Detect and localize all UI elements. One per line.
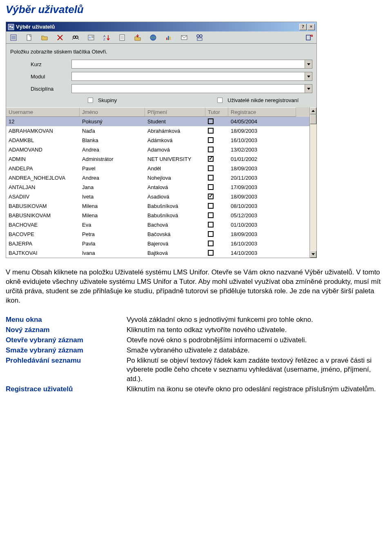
cell-jmeno: Milena xyxy=(80,202,145,210)
scroll-up-button[interactable] xyxy=(310,107,316,114)
stats-icon[interactable] xyxy=(164,33,174,42)
tutor-checkbox[interactable] xyxy=(208,212,214,218)
scroll-track[interactable] xyxy=(310,114,316,251)
cell-tutor xyxy=(205,164,228,173)
table-row[interactable]: BAJERPAPavlaBajerová16/10/2003 xyxy=(6,239,310,248)
table-row[interactable]: ADMINAdministrátorNET UNIVERSITY01/01/20… xyxy=(6,154,310,164)
chevron-down-icon[interactable] xyxy=(305,72,312,80)
tutor-checkbox[interactable] xyxy=(208,184,214,190)
scroll-thumb[interactable] xyxy=(310,114,316,124)
tutor-checkbox[interactable] xyxy=(208,241,214,246)
hint-text: Položku zobrazíte stiskem tlačítka Otevř… xyxy=(6,44,316,58)
svg-rect-32 xyxy=(197,38,202,40)
definition-desc: Kliknutím na ikonu se otevře okno pro od… xyxy=(127,385,385,394)
tutor-checkbox[interactable] xyxy=(208,147,214,152)
cell-username: BABUSIKOVAM xyxy=(6,202,80,210)
tutor-checkbox[interactable] xyxy=(208,165,214,171)
properties-icon[interactable] xyxy=(117,33,127,42)
table-row[interactable]: ADAMKBLBlankaAdámková16/10/2003 xyxy=(6,136,310,145)
col-username[interactable]: Username xyxy=(6,107,80,117)
cell-prijmeni: NET UNIVERSITY xyxy=(145,155,205,163)
scroll-down-button[interactable] xyxy=(310,251,316,258)
tutor-checkbox[interactable] xyxy=(208,231,214,237)
exit-icon[interactable] xyxy=(304,33,314,42)
definition-desc: Smaže vybraného uživatele z databáze. xyxy=(127,346,385,355)
table-row[interactable]: BACHOVAEEvaBachová01/10/2003 xyxy=(6,220,310,230)
viewusers-icon[interactable] xyxy=(195,33,205,42)
checkbox-skupiny[interactable] xyxy=(88,98,93,103)
tutor-checkbox[interactable] xyxy=(208,156,214,162)
search-icon[interactable] xyxy=(71,33,80,42)
table-row[interactable]: ASADIIVIvetaAsadiová18/09/2003 xyxy=(6,192,310,201)
col-registrace[interactable]: Registrace xyxy=(228,107,296,117)
cell-registrace: 18/09/2003 xyxy=(228,127,296,135)
cell-username: ADMIN xyxy=(6,155,80,163)
filter-disciplina-input[interactable] xyxy=(72,85,305,93)
filter-kurz-combo[interactable] xyxy=(71,60,312,69)
filter-modul-combo[interactable] xyxy=(71,72,312,81)
chevron-down-icon[interactable] xyxy=(305,60,312,68)
table-row[interactable]: ADAMOVANDAndreaAdamová13/02/2003 xyxy=(6,145,310,154)
cell-tutor xyxy=(205,248,228,258)
delete-icon[interactable] xyxy=(55,33,65,42)
web-icon[interactable] xyxy=(148,33,158,42)
tutor-checkbox[interactable] xyxy=(208,118,214,124)
tutor-checkbox[interactable] xyxy=(208,203,214,209)
user-grid: Username Jméno Příjmení Tutor Registrace… xyxy=(6,107,316,258)
menu-icon[interactable] xyxy=(9,33,18,42)
cell-tutor xyxy=(205,126,228,136)
cell-tutor xyxy=(205,154,228,164)
cell-prijmeni: Bachová xyxy=(145,221,205,229)
col-prijmeni[interactable]: Příjmení xyxy=(145,107,205,117)
cell-tutor xyxy=(205,201,228,211)
svg-line-13 xyxy=(78,38,79,40)
app-icon xyxy=(8,24,14,30)
table-row[interactable]: ANDREA_NOHEJLOVAAndreaNohejlova20/11/200… xyxy=(6,173,310,183)
tutor-checkbox[interactable] xyxy=(208,137,214,143)
registrace-icon[interactable] xyxy=(86,33,96,42)
col-tutor[interactable]: Tutor xyxy=(205,107,228,117)
titlebar-close-button[interactable]: × xyxy=(307,24,315,30)
new-icon[interactable] xyxy=(24,33,34,42)
cell-username: 12 xyxy=(6,117,80,126)
cell-prijmeni: Bajtková xyxy=(145,249,205,257)
cell-username: BACOVPE xyxy=(6,230,80,239)
cell-username: ANTALJAN xyxy=(6,183,80,192)
cell-registrace: 01/10/2003 xyxy=(228,221,296,229)
tutor-checkbox[interactable] xyxy=(208,222,214,227)
vertical-scrollbar[interactable] xyxy=(310,107,316,258)
cell-tutor xyxy=(205,173,228,183)
table-row[interactable]: BACOVPEPetraBačovská18/09/2003 xyxy=(6,230,310,239)
filter-modul-input[interactable] xyxy=(72,72,305,80)
email-icon[interactable] xyxy=(179,33,189,42)
table-row[interactable]: ABRAHAMKOVANNaďaAbrahámková18/09/2003 xyxy=(6,126,310,136)
table-row[interactable]: ANTALJANJanaAntalová17/09/2003 xyxy=(6,183,310,192)
tutor-checkbox[interactable] xyxy=(208,250,214,256)
filter-disciplina-label: Disciplína xyxy=(10,86,71,92)
table-row[interactable]: BAJTKOVAIIvanaBajtková14/10/2003 xyxy=(6,248,310,258)
svg-point-31 xyxy=(200,35,202,37)
filter-disciplina-combo[interactable] xyxy=(71,84,312,93)
export-icon[interactable] xyxy=(133,33,143,42)
svg-rect-27 xyxy=(168,36,169,40)
definitions-list: Menu oknaVyvolá základní okno s jednotli… xyxy=(6,315,385,395)
table-row[interactable]: BABUSIKOVAMMilenaBabušníková08/10/2003 xyxy=(6,201,310,211)
chevron-down-icon[interactable] xyxy=(305,85,312,93)
tutor-checkbox[interactable] xyxy=(208,175,214,181)
table-row[interactable]: BABUSNIKOVAMMilenaBabušníková05/12/2003 xyxy=(6,211,310,220)
titlebar-help-button[interactable]: ? xyxy=(299,24,307,30)
col-jmeno[interactable]: Jméno xyxy=(80,107,145,117)
open-icon[interactable] xyxy=(40,33,49,42)
cell-prijmeni: Asadiová xyxy=(145,192,205,201)
sort-icon[interactable]: AZ xyxy=(102,33,111,42)
cell-prijmeni: Babušníková xyxy=(145,211,205,220)
table-row[interactable]: ANDELPAPavelAnděl18/09/2003 xyxy=(6,164,310,173)
cell-jmeno: Andrea xyxy=(80,145,145,154)
checkbox-nereg[interactable] xyxy=(217,98,223,103)
filter-kurz-input[interactable] xyxy=(72,60,305,68)
tutor-checkbox[interactable] xyxy=(208,194,214,199)
tutor-checkbox[interactable] xyxy=(208,128,214,134)
definition-term: Registrace uživatelů xyxy=(6,385,120,394)
definition-desc: Po kliknutí se objeví textový řádek kam … xyxy=(127,356,385,384)
table-row[interactable]: 12PokusnýStudent04/05/2004 xyxy=(6,117,310,126)
